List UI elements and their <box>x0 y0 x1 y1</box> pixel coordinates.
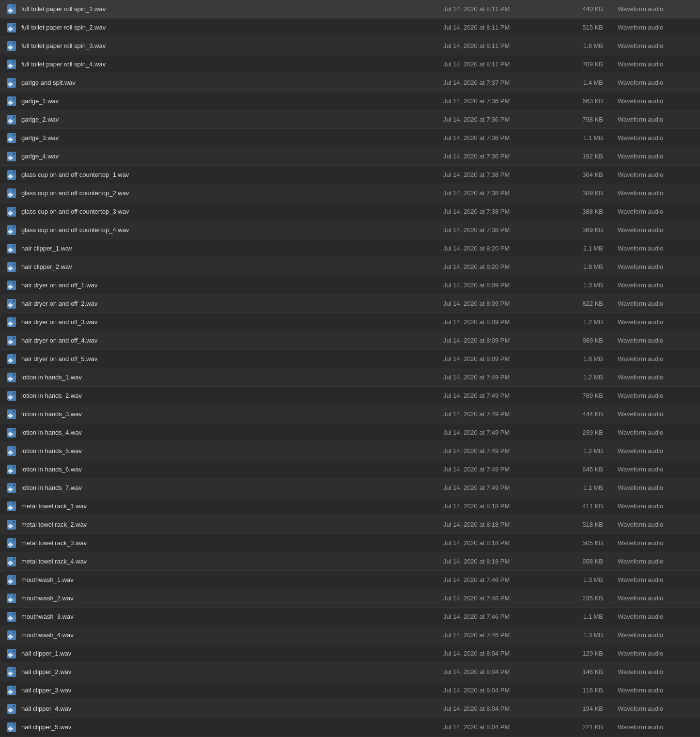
file-type-icon <box>5 593 18 604</box>
file-kind: Waveform audio <box>618 282 695 289</box>
svg-rect-185 <box>7 281 16 290</box>
file-size: 192 KB <box>569 153 618 160</box>
file-kind: Waveform audio <box>618 705 695 712</box>
file-date: Jul 14, 2020 at 8:11 PM <box>443 61 569 68</box>
file-type-icon <box>5 519 18 530</box>
table-row[interactable]: glass cup on and off countertop_3.wavJul… <box>0 203 700 221</box>
file-size: 235 KB <box>569 595 618 602</box>
file-date: Jul 14, 2020 at 7:38 PM <box>443 208 569 215</box>
table-row[interactable]: hair dryer on and off_5.wavJul 14, 2020 … <box>0 350 700 368</box>
table-row[interactable]: lotion in hands_2.wavJul 14, 2020 at 7:4… <box>0 387 700 405</box>
table-row[interactable]: metal towel rack_4.wavJul 14, 2020 at 8:… <box>0 552 700 571</box>
file-date: Jul 14, 2020 at 7:46 PM <box>443 595 569 602</box>
table-row[interactable]: hair clipper_2.wavJul 14, 2020 at 8:20 P… <box>0 258 700 276</box>
table-row[interactable]: garlge_4.wavJul 14, 2020 at 7:36 PM192 K… <box>0 147 700 166</box>
table-row[interactable]: glass cup on and off countertop_2.wavJul… <box>0 184 700 203</box>
table-row[interactable]: nail clipper_1.wavJul 14, 2020 at 8:04 P… <box>0 644 700 663</box>
table-row[interactable]: lotion in hands_7.wavJul 14, 2020 at 7:4… <box>0 479 700 497</box>
table-row[interactable]: hair dryer on and off_2.wavJul 14, 2020 … <box>0 295 700 313</box>
file-date: Jul 14, 2020 at 7:38 PM <box>443 189 569 197</box>
file-type-icon <box>5 96 18 107</box>
file-size: 146 KB <box>569 668 618 675</box>
table-row[interactable]: metal towel rack_3.wavJul 14, 2020 at 8:… <box>0 534 700 552</box>
file-size: 798 KB <box>569 116 618 123</box>
file-name: mouthwash_3.wav <box>18 613 443 620</box>
table-row[interactable]: mouthwash_3.wavJul 14, 2020 at 7:46 PM1.… <box>0 608 700 626</box>
table-row[interactable]: lotion in hands_5.wavJul 14, 2020 at 7:4… <box>0 442 700 460</box>
file-name: hair clipper_2.wav <box>18 263 443 270</box>
table-row[interactable]: hair dryer on and off_3.wavJul 14, 2020 … <box>0 313 700 331</box>
svg-rect-461 <box>7 704 16 714</box>
svg-rect-173 <box>7 262 16 272</box>
table-row[interactable]: garlge_3.wavJul 14, 2020 at 7:36 PM1.1 M… <box>0 129 700 147</box>
file-size: 369 KB <box>569 226 618 234</box>
file-size: 515 KB <box>569 24 618 31</box>
svg-rect-305 <box>7 465 16 474</box>
svg-rect-41 <box>7 60 16 69</box>
file-size: 1.3 MB <box>569 576 618 583</box>
file-date: Jul 14, 2020 at 7:36 PM <box>443 153 569 160</box>
file-type-icon <box>5 704 18 714</box>
table-row[interactable]: lotion in hands_3.wavJul 14, 2020 at 7:4… <box>0 405 700 423</box>
file-kind: Waveform audio <box>618 668 695 675</box>
file-name: lotion in hands_2.wav <box>18 392 443 399</box>
svg-rect-425 <box>7 649 16 659</box>
svg-rect-317 <box>7 483 16 493</box>
file-date: Jul 14, 2020 at 8:11 PM <box>443 5 569 13</box>
file-name: nail clipper_5.wav <box>18 723 443 731</box>
table-row[interactable]: glass cup on and off countertop_4.wavJul… <box>0 221 700 239</box>
table-row[interactable]: full toilet paper roll spin_3.wavJul 14,… <box>0 37 700 55</box>
table-row[interactable]: nail clipper_3.wavJul 14, 2020 at 8:04 P… <box>0 681 700 700</box>
table-row[interactable]: garlge_1.wavJul 14, 2020 at 7:36 PM663 K… <box>0 92 700 110</box>
table-row[interactable]: garlge_2.wavJul 14, 2020 at 7:36 PM798 K… <box>0 110 700 129</box>
table-row[interactable]: nail clipper_2.wavJul 14, 2020 at 8:04 P… <box>0 663 700 681</box>
file-type-icon <box>5 78 18 88</box>
file-name: full toilet paper roll spin_2.wav <box>18 24 443 31</box>
file-name: garlge and spit.wav <box>18 79 443 86</box>
file-name: mouthwash_4.wav <box>18 631 443 639</box>
table-row[interactable]: glass cup on and off countertop_1.wavJul… <box>0 166 700 184</box>
file-kind: Waveform audio <box>618 97 695 105</box>
file-date: Jul 14, 2020 at 8:04 PM <box>443 723 569 731</box>
table-row[interactable]: hair clipper_1.wavJul 14, 2020 at 8:20 P… <box>0 239 700 258</box>
file-type-icon <box>5 317 18 328</box>
table-row[interactable]: lotion in hands_1.wavJul 14, 2020 at 7:4… <box>0 368 700 387</box>
table-row[interactable]: hair dryer on and off_4.wavJul 14, 2020 … <box>0 331 700 350</box>
file-date: Jul 14, 2020 at 8:09 PM <box>443 337 569 344</box>
file-type-icon <box>5 630 18 641</box>
file-date: Jul 14, 2020 at 7:38 PM <box>443 226 569 234</box>
file-name: garlge_2.wav <box>18 116 443 123</box>
file-size: 1.2 MB <box>569 447 618 455</box>
file-date: Jul 14, 2020 at 7:38 PM <box>443 171 569 178</box>
table-row[interactable]: lotion in hands_6.wavJul 14, 2020 at 7:4… <box>0 460 700 479</box>
table-row[interactable]: full toilet paper roll spin_1.wavJul 14,… <box>0 0 700 18</box>
file-date: Jul 14, 2020 at 7:36 PM <box>443 97 569 105</box>
svg-rect-437 <box>7 667 16 677</box>
table-row[interactable]: metal towel rack_2.wavJul 14, 2020 at 8:… <box>0 516 700 534</box>
file-date: Jul 14, 2020 at 8:09 PM <box>443 355 569 362</box>
table-row[interactable]: garlge and spit.wavJul 14, 2020 at 7:37 … <box>0 74 700 92</box>
table-row[interactable]: nail clipper_4.wavJul 14, 2020 at 8:04 P… <box>0 700 700 718</box>
table-row[interactable]: metal towel rack_1.wavJul 14, 2020 at 8:… <box>0 497 700 516</box>
file-kind: Waveform audio <box>618 355 695 362</box>
file-date: Jul 14, 2020 at 7:49 PM <box>443 466 569 473</box>
svg-rect-365 <box>7 557 16 566</box>
file-kind: Waveform audio <box>618 595 695 602</box>
table-row[interactable]: mouthwash_4.wavJul 14, 2020 at 7:46 PM1.… <box>0 626 700 644</box>
file-name: glass cup on and off countertop_1.wav <box>18 171 443 178</box>
file-name: mouthwash_2.wav <box>18 595 443 602</box>
file-date: Jul 14, 2020 at 8:09 PM <box>443 282 569 289</box>
table-row[interactable]: mouthwash_1.wavJul 14, 2020 at 7:46 PM1.… <box>0 571 700 589</box>
file-type-icon <box>5 262 18 272</box>
table-row[interactable]: hair dryer on and off_1.wavJul 14, 2020 … <box>0 276 700 295</box>
table-row[interactable]: lotion in hands_4.wavJul 14, 2020 at 7:4… <box>0 423 700 442</box>
file-type-icon <box>5 612 18 622</box>
table-row[interactable]: nail clipper_5.wavJul 14, 2020 at 8:04 P… <box>0 718 700 737</box>
table-row[interactable]: mouthwash_2.wavJul 14, 2020 at 7:46 PM23… <box>0 589 700 608</box>
file-kind: Waveform audio <box>618 613 695 620</box>
file-kind: Waveform audio <box>618 79 695 86</box>
file-date: Jul 14, 2020 at 7:36 PM <box>443 134 569 141</box>
table-row[interactable]: full toilet paper roll spin_4.wavJul 14,… <box>0 55 700 74</box>
table-row[interactable]: full toilet paper roll spin_2.wavJul 14,… <box>0 18 700 37</box>
file-size: 1.8 MB <box>569 263 618 270</box>
